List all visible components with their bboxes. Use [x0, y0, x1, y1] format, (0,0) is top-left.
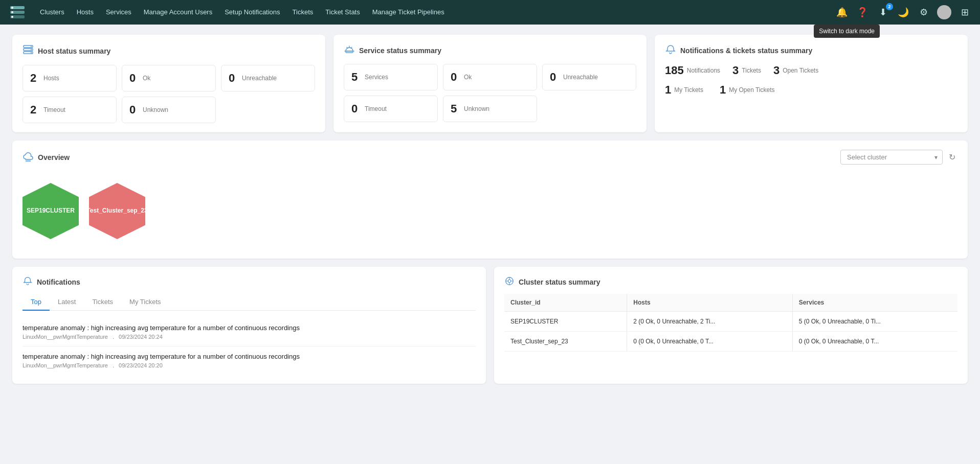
- svc-num-unreachable: 0: [550, 71, 559, 84]
- svc-num-unknown: 5: [451, 102, 460, 115]
- bell-icon[interactable]: 🔔: [835, 5, 849, 19]
- nav-clusters[interactable]: Clusters: [35, 0, 70, 25]
- hex-sep19cluster-label: SEP19CLUSTER: [23, 207, 79, 215]
- table-row-1[interactable]: Test_Cluster_sep_23 0 (0 Ok, 0 Unreachab…: [504, 332, 957, 352]
- svc-stat-services[interactable]: 5 Services: [344, 64, 438, 90]
- host-stat-timeout[interactable]: 2 Timeout: [23, 97, 117, 123]
- cluster-table-head: Cluster_id Hosts Services: [504, 294, 957, 312]
- host-stat-ok[interactable]: 0 Ok: [122, 65, 216, 91]
- help-icon[interactable]: ❓: [855, 5, 870, 19]
- notif-item-1: temperature anomaly : high increasing av…: [23, 346, 476, 375]
- notifications-heading: Notifications: [37, 278, 80, 286]
- row0-services: 5 (0 Ok, 0 Unreachable, 0 Ti...: [792, 312, 957, 332]
- cluster-status-heading: Cluster status summary: [519, 278, 600, 286]
- cloud-icon: [23, 151, 34, 164]
- service-icon: [344, 44, 355, 57]
- tab-my-tickets[interactable]: My Tickets: [121, 294, 169, 311]
- hex-test-cluster[interactable]: Test_Cluster_sep_23: [89, 183, 145, 239]
- svc-label-timeout: Timeout: [365, 105, 387, 112]
- download-badge-wrap: ⬇ 2: [876, 5, 890, 19]
- notifications-card: Notifications Top Latest Tickets My Tick…: [12, 267, 486, 384]
- notif-stat-my-tickets[interactable]: 1 My Tickets: [665, 83, 703, 97]
- table-row-0[interactable]: SEP19CLUSTER 2 (0 Ok, 0 Unreachable, 2 T…: [504, 312, 957, 332]
- service-status-heading: Service status summary: [359, 47, 441, 55]
- host-stat-unknown[interactable]: 0 Unknown: [122, 97, 216, 123]
- row1-services: 0 (0 Ok, 0 Unreachable, 0 T...: [792, 332, 957, 352]
- host-label-unknown: Unknown: [143, 106, 168, 113]
- notif-stat-open-tickets[interactable]: 3 Open Tickets: [773, 64, 818, 77]
- col-cluster-id: Cluster_id: [504, 294, 627, 312]
- col-hosts: Hosts: [627, 294, 793, 312]
- host-label-unreachable: Unreachable: [242, 75, 277, 82]
- avatar[interactable]: [937, 5, 951, 19]
- notif-ts-0: 09/23/2024 20:24: [119, 334, 163, 340]
- nav-services[interactable]: Services: [101, 0, 137, 25]
- cluster-status-table: Cluster_id Hosts Services SEP19CLUSTER 2…: [504, 294, 957, 352]
- host-label-ok: Ok: [143, 75, 150, 82]
- cluster-table-header-row: Cluster_id Hosts Services: [504, 294, 957, 312]
- svg-point-5: [11, 16, 13, 18]
- svc-num-services: 5: [351, 71, 361, 84]
- svg-rect-12: [346, 51, 353, 53]
- tab-tickets[interactable]: Tickets: [84, 294, 121, 311]
- cluster-select[interactable]: Select cluster SEP19CLUSTER Test_Cluster…: [840, 150, 943, 165]
- notif-item-0: temperature anomaly : high increasing av…: [23, 318, 476, 346]
- service-status-title: Service status summary: [344, 44, 636, 57]
- overview-header: Overview Select cluster SEP19CLUSTER Tes…: [23, 150, 957, 165]
- host-label-timeout: Timeout: [43, 106, 65, 113]
- bottom-row: Notifications Top Latest Tickets My Tick…: [12, 267, 968, 384]
- service-status-card: Service status summary 5 Services 0 Ok 0…: [333, 35, 647, 132]
- row0-cluster-id: SEP19CLUSTER: [504, 312, 627, 332]
- tab-top[interactable]: Top: [23, 294, 50, 311]
- moon-icon[interactable]: 🌙 Switch to dark mode: [896, 5, 910, 19]
- svg-point-11: [31, 52, 32, 53]
- hex-test-cluster-label: Test_Cluster_sep_23: [82, 207, 151, 215]
- select-cluster-area: Select cluster SEP19CLUSTER Test_Cluster…: [840, 150, 957, 165]
- notif-num-my-open-tickets: 1: [720, 83, 726, 97]
- settings-icon[interactable]: ⚙: [917, 5, 931, 19]
- notif-meta-0: LinuxMon__pwrMgmtTemperature . 09/23/202…: [23, 334, 476, 340]
- svc-stat-unreachable[interactable]: 0 Unreachable: [542, 64, 636, 90]
- notif-row2: 1 My Tickets 1 My Open Tickets: [665, 83, 957, 97]
- notif-label-notifications: Notifications: [687, 67, 720, 74]
- notif-num-open-tickets: 3: [773, 64, 779, 77]
- notif-stat-my-open-tickets[interactable]: 1 My Open Tickets: [720, 83, 775, 97]
- notif-label-my-open-tickets: My Open Tickets: [729, 86, 774, 94]
- notif-icon: [23, 276, 33, 288]
- nav-manage-users[interactable]: Manage Account Users: [139, 0, 217, 25]
- svc-stat-timeout[interactable]: 0 Timeout: [344, 96, 438, 122]
- host-status-heading: Host status summary: [38, 47, 110, 55]
- svg-point-14: [508, 280, 510, 282]
- svg-point-9: [31, 46, 32, 47]
- svg-point-10: [31, 49, 32, 50]
- notif-stat-tickets[interactable]: 3 Tickets: [732, 64, 761, 77]
- nav-hosts[interactable]: Hosts: [72, 0, 99, 25]
- notif-row1: 185 Notifications 3 Tickets 3 Open Ticke…: [665, 64, 957, 77]
- nav-setup-notif[interactable]: Setup Notifications: [219, 0, 285, 25]
- overview-title: Overview: [23, 151, 70, 164]
- navbar: Clusters Hosts Services Manage Account U…: [0, 0, 980, 25]
- nav-ticket-stats[interactable]: Ticket Stats: [320, 0, 365, 25]
- notif-ts-1: 09/23/2024 20:20: [119, 362, 163, 368]
- host-stat-hosts[interactable]: 2 Hosts: [23, 65, 117, 91]
- hex-sep19cluster[interactable]: SEP19CLUSTER: [23, 183, 79, 239]
- row1-cluster-id: Test_Cluster_sep_23: [504, 332, 627, 352]
- notif-stat-notifications[interactable]: 185 Notifications: [665, 64, 720, 77]
- host-label-hosts: Hosts: [43, 75, 59, 82]
- nav-ticket-pipelines[interactable]: Manage Ticket Pipelines: [367, 0, 450, 25]
- svg-point-4: [11, 11, 13, 13]
- cluster-table-body: SEP19CLUSTER 2 (0 Ok, 0 Unreachable, 2 T…: [504, 312, 957, 352]
- host-num-unreachable: 0: [229, 72, 238, 85]
- svc-stat-ok[interactable]: 0 Ok: [443, 64, 537, 90]
- refresh-button[interactable]: ↻: [947, 150, 957, 164]
- dark-mode-tooltip: Switch to dark mode: [814, 25, 880, 38]
- tab-latest[interactable]: Latest: [50, 294, 84, 311]
- host-stat-unreachable[interactable]: 0 Unreachable: [221, 65, 315, 91]
- grid-icon[interactable]: ⊞: [957, 5, 972, 19]
- svc-stat-unknown[interactable]: 5 Unknown: [443, 96, 537, 122]
- svc-num-timeout: 0: [351, 102, 361, 115]
- notif-tabs: Top Latest Tickets My Tickets: [23, 294, 476, 311]
- logo[interactable]: [8, 3, 27, 21]
- notif-tickets-heading: Notifications & tickets status summary: [680, 47, 812, 55]
- nav-tickets[interactable]: Tickets: [287, 0, 319, 25]
